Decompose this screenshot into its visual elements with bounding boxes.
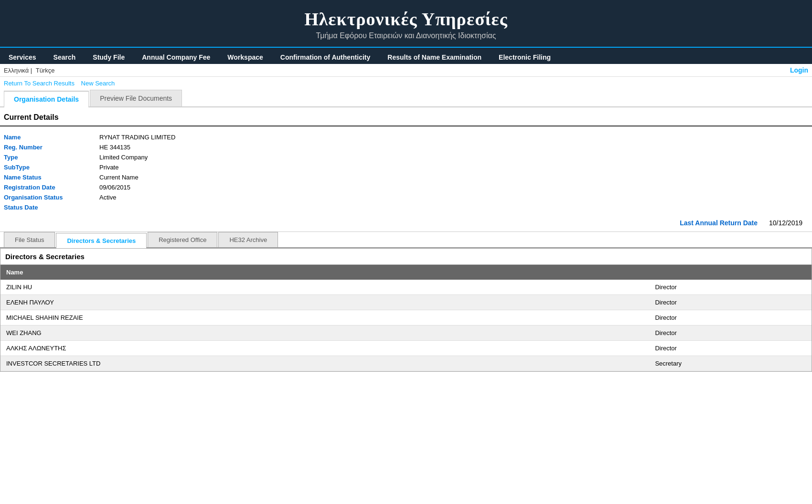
breadcrumb: Return To Search Results New Search — [0, 77, 812, 90]
director-name: INVESTCOR SECRETARIES LTD — [0, 356, 649, 371]
detail-row-regnumber: Reg. Number HE 344135 — [4, 142, 808, 152]
director-name: ZILIN HU — [0, 280, 649, 295]
label-type: Type — [4, 154, 99, 161]
director-name: ΑΛΚΗΣ ΑΛΩΝΕΥΤΗΣ — [0, 341, 649, 356]
nav-confirmation[interactable]: Confirmation of Authenticity — [272, 51, 379, 64]
last-annual-value: 10/12/2019 — [769, 219, 802, 227]
details-grid: Name RYNAT TRADING LIMITED Reg. Number H… — [0, 130, 812, 214]
new-search-link[interactable]: New Search — [81, 80, 115, 87]
greek-language-link[interactable]: Ελληνικά — [4, 67, 29, 74]
value-namestatus: Current Name — [99, 174, 139, 181]
value-name: RYNAT TRADING LIMITED — [99, 134, 175, 141]
site-subtitle: Τμήμα Εφόρου Εταιρειών και Διανοητικής Ι… — [0, 32, 812, 40]
table-col-role — [649, 265, 812, 280]
value-regdate: 09/06/2015 — [99, 184, 130, 191]
nav-search[interactable]: Search — [45, 51, 85, 64]
navbar-items: Services Search Study File Annual Compan… — [0, 51, 812, 64]
director-role: Director — [649, 295, 812, 310]
label-namestatus: Name Status — [4, 174, 99, 181]
directors-table: Name ZILIN HUDirectorΕΛΕΝΗ ΠΑΥΛΟΥDirecto… — [0, 265, 812, 371]
detail-row-namestatus: Name Status Current Name — [4, 172, 808, 182]
director-role: Director — [649, 310, 812, 326]
nav-annual-fee[interactable]: Annual Company Fee — [133, 51, 219, 64]
table-row: INVESTCOR SECRETARIES LTDSecretary — [0, 356, 812, 371]
nav-name-examination[interactable]: Results of Name Examination — [379, 51, 490, 64]
label-subtype: SubType — [4, 164, 99, 171]
directors-secretaries-section: Directors & Secretaries Name ZILIN HUDir… — [0, 248, 812, 372]
value-subtype: Private — [99, 164, 118, 171]
language-links: Ελληνικά | Türkçe — [4, 67, 55, 74]
nav-study-file[interactable]: Study File — [84, 51, 133, 64]
detail-row-type: Type Limited Company — [4, 152, 808, 162]
label-regdate: Registration Date — [4, 184, 99, 191]
detail-row-orgstatus: Organisation Status Active — [4, 192, 808, 202]
detail-row-subtype: SubType Private — [4, 162, 808, 172]
top-tabs: Organisation Details Preview File Docume… — [0, 90, 812, 107]
table-row: ZILIN HUDirector — [0, 280, 812, 295]
tab-registered-office[interactable]: Registered Office — [148, 232, 217, 247]
detail-row-statusdate: Status Date — [4, 202, 808, 212]
tab-file-status[interactable]: File Status — [4, 232, 55, 247]
label-orgstatus: Organisation Status — [4, 194, 99, 201]
bottom-tabs: File Status Directors & Secretaries Regi… — [0, 232, 812, 248]
tab-directors-secretaries[interactable]: Directors & Secretaries — [56, 233, 147, 248]
director-role: Secretary — [649, 356, 812, 371]
detail-row-regdate: Registration Date 09/06/2015 — [4, 182, 808, 192]
last-annual-return: Last Annual Return Date 10/12/2019 — [0, 214, 812, 231]
tab-he32-archive[interactable]: HE32 Archive — [218, 232, 278, 247]
director-name: WEI ZHANG — [0, 326, 649, 341]
table-row: WEI ZHANGDirector — [0, 326, 812, 341]
label-regnumber: Reg. Number — [4, 144, 99, 151]
table-header-row: Name — [0, 265, 812, 280]
tab-preview-file[interactable]: Preview File Documents — [90, 90, 182, 106]
value-regnumber: HE 344135 — [99, 144, 130, 151]
nav-electronic-filing[interactable]: Electronic Filing — [490, 51, 559, 64]
table-row: ΕΛΕΝΗ ΠΑΥΛΟΥDirector — [0, 295, 812, 310]
value-orgstatus: Active — [99, 194, 116, 201]
director-role: Director — [649, 341, 812, 356]
directors-secretaries-title: Directors & Secretaries — [0, 249, 812, 265]
login-link[interactable]: Login — [790, 66, 808, 74]
label-name: Name — [4, 134, 99, 141]
director-name: MICHAEL SHAHIN REZAIE — [0, 310, 649, 326]
director-role: Director — [649, 280, 812, 295]
site-title: Ηλεκτρονικές Υπηρεσίες — [0, 9, 812, 30]
nav-services[interactable]: Services — [0, 51, 45, 64]
table-row: MICHAEL SHAHIN REZAIEDirector — [0, 310, 812, 326]
detail-row-name: Name RYNAT TRADING LIMITED — [4, 132, 808, 142]
last-annual-label: Last Annual Return Date — [680, 219, 758, 227]
label-statusdate: Status Date — [4, 204, 99, 211]
current-details-title: Current Details — [0, 107, 812, 126]
director-name: ΕΛΕΝΗ ΠΑΥΛΟΥ — [0, 295, 649, 310]
value-type: Limited Company — [99, 154, 148, 161]
return-to-search-link[interactable]: Return To Search Results — [4, 80, 75, 87]
table-col-name: Name — [0, 265, 649, 280]
turkish-language-link[interactable]: Türkçe — [36, 67, 55, 74]
nav-workspace[interactable]: Workspace — [219, 51, 271, 64]
director-role: Director — [649, 326, 812, 341]
tab-organisation-details[interactable]: Organisation Details — [4, 91, 89, 107]
page-header: Ηλεκτρονικές Υπηρεσίες Τμήμα Εφόρου Εται… — [0, 0, 812, 47]
lang-login-bar: Ελληνικά | Türkçe Login — [0, 64, 812, 77]
main-navbar: Services Search Study File Annual Compan… — [0, 47, 812, 64]
table-row: ΑΛΚΗΣ ΑΛΩΝΕΥΤΗΣDirector — [0, 341, 812, 356]
lang-separator: | — [31, 67, 32, 74]
